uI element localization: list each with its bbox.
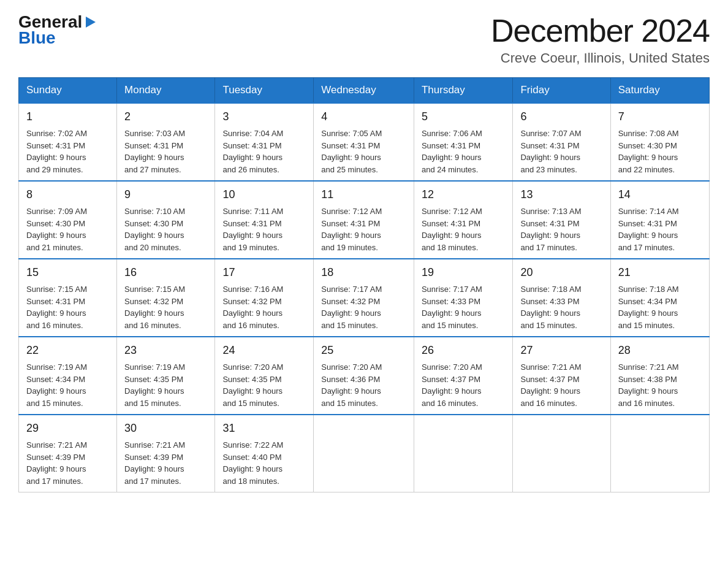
col-friday: Friday	[513, 78, 610, 104]
col-tuesday: Tuesday	[215, 78, 314, 104]
daylight-text: Daylight: 9 hours	[222, 231, 282, 240]
sunset-text: Sunset: 4:32 PM	[124, 297, 183, 306]
daylight-minutes-text: and 15 minutes.	[321, 399, 378, 408]
table-row: 10 Sunrise: 7:11 AM Sunset: 4:31 PM Dayl…	[215, 181, 314, 259]
daylight-text: Daylight: 9 hours	[321, 231, 381, 240]
sunrise-text: Sunrise: 7:22 AM	[222, 440, 283, 450]
col-thursday: Thursday	[414, 78, 513, 104]
sunrise-text: Sunrise: 7:20 AM	[321, 362, 382, 372]
day-number: 14	[618, 186, 702, 203]
sunrise-text: Sunrise: 7:17 AM	[321, 285, 382, 294]
daylight-minutes-text: and 15 minutes.	[618, 321, 675, 330]
sunrise-text: Sunrise: 7:04 AM	[222, 129, 283, 138]
daylight-text: Daylight: 9 hours	[26, 153, 86, 162]
sunrise-text: Sunrise: 7:21 AM	[520, 362, 581, 372]
sunrise-text: Sunrise: 7:18 AM	[520, 285, 581, 294]
daylight-text: Daylight: 9 hours	[618, 153, 678, 162]
day-number: 8	[26, 186, 109, 203]
sunset-text: Sunset: 4:31 PM	[222, 219, 281, 228]
sunset-text: Sunset: 4:37 PM	[520, 375, 579, 384]
sunset-text: Sunset: 4:30 PM	[124, 219, 183, 228]
table-row: 7 Sunrise: 7:08 AM Sunset: 4:30 PM Dayli…	[610, 103, 709, 181]
table-row: 27 Sunrise: 7:21 AM Sunset: 4:37 PM Dayl…	[513, 337, 610, 415]
sunrise-text: Sunrise: 7:13 AM	[520, 207, 581, 216]
sunrise-text: Sunrise: 7:21 AM	[124, 440, 185, 450]
sunset-text: Sunset: 4:35 PM	[124, 375, 183, 384]
sunset-text: Sunset: 4:31 PM	[321, 141, 380, 150]
table-row	[610, 415, 709, 492]
table-row: 5 Sunrise: 7:06 AM Sunset: 4:31 PM Dayli…	[414, 103, 513, 181]
table-row	[314, 415, 414, 492]
day-number: 28	[618, 342, 702, 359]
day-number: 15	[26, 264, 109, 281]
daylight-minutes-text: and 17 minutes.	[26, 477, 83, 486]
calendar-week-2: 8 Sunrise: 7:09 AM Sunset: 4:30 PM Dayli…	[19, 181, 710, 259]
sunset-text: Sunset: 4:37 PM	[422, 375, 480, 384]
table-row	[513, 415, 610, 492]
sunset-text: Sunset: 4:35 PM	[222, 375, 281, 384]
daylight-minutes-text: and 19 minutes.	[321, 243, 378, 252]
sunrise-text: Sunrise: 7:17 AM	[422, 285, 482, 294]
sunset-text: Sunset: 4:31 PM	[321, 219, 380, 228]
daylight-minutes-text: and 19 minutes.	[222, 243, 279, 252]
sunset-text: Sunset: 4:31 PM	[124, 141, 183, 150]
logo-blue-text: Blue	[18, 28, 97, 48]
table-row: 29 Sunrise: 7:21 AM Sunset: 4:39 PM Dayl…	[19, 415, 117, 492]
sunset-text: Sunset: 4:31 PM	[26, 297, 85, 306]
sunrise-text: Sunrise: 7:08 AM	[618, 129, 679, 138]
day-number: 4	[321, 109, 406, 125]
daylight-minutes-text: and 29 minutes.	[26, 165, 83, 174]
table-row: 2 Sunrise: 7:03 AM Sunset: 4:31 PM Dayli…	[117, 103, 215, 181]
daylight-minutes-text: and 21 minutes.	[26, 243, 83, 252]
sunrise-text: Sunrise: 7:05 AM	[321, 129, 382, 138]
sunrise-text: Sunrise: 7:06 AM	[422, 129, 482, 138]
daylight-minutes-text: and 17 minutes.	[618, 243, 675, 252]
table-row: 8 Sunrise: 7:09 AM Sunset: 4:30 PM Dayli…	[19, 181, 117, 259]
calendar-week-4: 22 Sunrise: 7:19 AM Sunset: 4:34 PM Dayl…	[19, 337, 710, 415]
table-row: 4 Sunrise: 7:05 AM Sunset: 4:31 PM Dayli…	[314, 103, 414, 181]
day-number: 2	[124, 109, 207, 125]
table-row: 26 Sunrise: 7:20 AM Sunset: 4:37 PM Dayl…	[414, 337, 513, 415]
daylight-text: Daylight: 9 hours	[321, 153, 381, 162]
table-row: 21 Sunrise: 7:18 AM Sunset: 4:34 PM Dayl…	[610, 259, 709, 337]
page-header: General Blue December 2024 Creve Coeur, …	[18, 12, 710, 66]
daylight-minutes-text: and 23 minutes.	[520, 165, 577, 174]
daylight-minutes-text: and 16 minutes.	[422, 399, 479, 408]
daylight-text: Daylight: 9 hours	[124, 386, 184, 396]
sunset-text: Sunset: 4:33 PM	[422, 297, 480, 306]
day-number: 6	[520, 109, 602, 125]
sunset-text: Sunset: 4:40 PM	[222, 453, 281, 462]
daylight-minutes-text: and 26 minutes.	[222, 165, 279, 174]
sunset-text: Sunset: 4:34 PM	[26, 375, 85, 384]
daylight-minutes-text: and 15 minutes.	[124, 399, 181, 408]
sunset-text: Sunset: 4:39 PM	[26, 453, 85, 462]
day-number: 3	[222, 109, 306, 125]
table-row: 24 Sunrise: 7:20 AM Sunset: 4:35 PM Dayl…	[215, 337, 314, 415]
daylight-minutes-text: and 27 minutes.	[124, 165, 181, 174]
logo: General Blue	[18, 12, 97, 48]
sunset-text: Sunset: 4:31 PM	[520, 141, 579, 150]
day-number: 23	[124, 342, 207, 359]
sunrise-text: Sunrise: 7:21 AM	[26, 440, 87, 450]
daylight-text: Daylight: 9 hours	[422, 308, 482, 318]
sunrise-text: Sunrise: 7:12 AM	[422, 207, 482, 216]
daylight-minutes-text: and 16 minutes.	[520, 399, 577, 408]
day-number: 5	[422, 109, 506, 125]
day-number: 27	[520, 342, 602, 359]
sunset-text: Sunset: 4:31 PM	[520, 219, 579, 228]
day-number: 30	[124, 420, 207, 437]
daylight-text: Daylight: 9 hours	[26, 308, 86, 318]
day-number: 25	[321, 342, 406, 359]
daylight-text: Daylight: 9 hours	[422, 231, 482, 240]
daylight-minutes-text: and 20 minutes.	[124, 243, 181, 252]
day-number: 20	[520, 264, 602, 281]
calendar-week-5: 29 Sunrise: 7:21 AM Sunset: 4:39 PM Dayl…	[19, 415, 710, 492]
day-number: 7	[618, 109, 702, 125]
sunrise-text: Sunrise: 7:15 AM	[124, 285, 185, 294]
daylight-text: Daylight: 9 hours	[124, 231, 184, 240]
daylight-text: Daylight: 9 hours	[26, 386, 86, 396]
table-row: 20 Sunrise: 7:18 AM Sunset: 4:33 PM Dayl…	[513, 259, 610, 337]
table-row: 3 Sunrise: 7:04 AM Sunset: 4:31 PM Dayli…	[215, 103, 314, 181]
sunset-text: Sunset: 4:30 PM	[26, 219, 85, 228]
sunset-text: Sunset: 4:31 PM	[422, 219, 480, 228]
